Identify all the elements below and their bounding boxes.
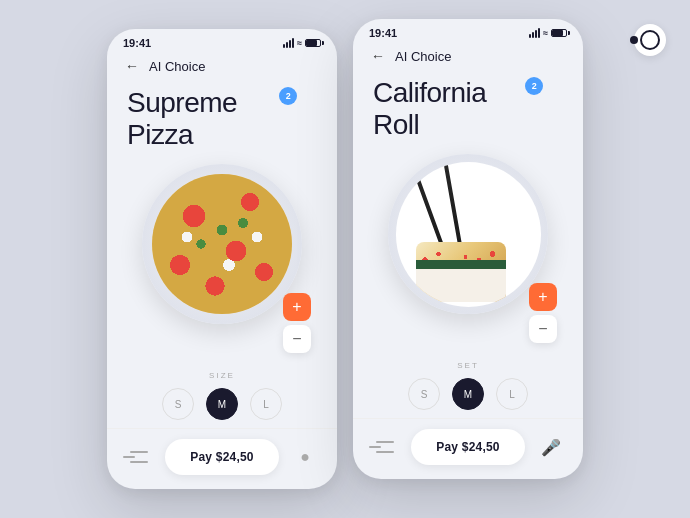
sushi-visual bbox=[396, 162, 541, 307]
food-image-area-right: + − bbox=[353, 149, 583, 353]
qty-controls-right: + − bbox=[529, 283, 557, 343]
signal-icon-right bbox=[529, 28, 540, 38]
menu-icon-left[interactable] bbox=[123, 441, 155, 473]
menu-line-1 bbox=[130, 451, 148, 453]
status-time-right: 19:41 bbox=[369, 27, 397, 39]
badge-left: 2 bbox=[279, 87, 297, 105]
badge-right: 2 bbox=[525, 77, 543, 95]
plus-button-right[interactable]: + bbox=[529, 283, 557, 311]
menu-line-2 bbox=[123, 456, 135, 458]
header-title-left: AI Choice bbox=[149, 59, 205, 74]
size-l-right[interactable]: L bbox=[496, 378, 528, 410]
bottom-bar-right: Pay $24,50 🎤 bbox=[353, 418, 583, 479]
mic-icon-right[interactable]: 🎤 bbox=[535, 431, 567, 463]
plate-left bbox=[137, 159, 307, 329]
status-icons-right: ≈ bbox=[529, 28, 567, 38]
logo-circle bbox=[634, 24, 666, 56]
size-label-left: SIZE bbox=[127, 371, 317, 380]
minus-button-right[interactable]: − bbox=[529, 315, 557, 343]
phone-left: 19:41 ≈ ← AI Choice Supreme bbox=[107, 29, 337, 489]
food-name-right: California Roll bbox=[373, 77, 486, 140]
phone-right: 19:41 ≈ ← AI Choice Californ bbox=[353, 19, 583, 479]
size-options-right: S M L bbox=[373, 378, 563, 410]
menu-line-r3 bbox=[376, 451, 394, 453]
sushi-piece bbox=[416, 242, 506, 302]
screen-container: 19:41 ≈ ← AI Choice Supreme bbox=[107, 29, 583, 489]
back-button-left[interactable]: ← bbox=[123, 57, 141, 75]
status-icons-left: ≈ bbox=[283, 38, 321, 48]
header-title-right: AI Choice bbox=[395, 49, 451, 64]
size-m-left[interactable]: M bbox=[206, 388, 238, 420]
food-image-area-left: + − bbox=[107, 159, 337, 363]
sushi-rice bbox=[416, 269, 506, 302]
pizza-top bbox=[152, 174, 292, 314]
battery-icon-right bbox=[551, 29, 567, 37]
back-button-right[interactable]: ← bbox=[369, 47, 387, 65]
size-label-right: SET bbox=[373, 361, 563, 370]
qty-controls-left: + − bbox=[283, 293, 311, 353]
food-title-right: California Roll 2 bbox=[353, 73, 583, 149]
food-title-left: Supreme Pizza 2 bbox=[107, 83, 337, 159]
logo-ring bbox=[640, 30, 660, 50]
menu-line-r2 bbox=[369, 446, 381, 448]
menu-line-r1 bbox=[376, 441, 394, 443]
menu-icon-right[interactable] bbox=[369, 431, 401, 463]
menu-line-3 bbox=[130, 461, 148, 463]
signal-icon-left bbox=[283, 38, 294, 48]
size-section-right: SET S M L bbox=[353, 353, 583, 418]
pizza-visual bbox=[152, 174, 292, 314]
header-left: ← AI Choice bbox=[107, 53, 337, 83]
plate-right bbox=[383, 149, 553, 319]
status-bar-left: 19:41 ≈ bbox=[107, 29, 337, 53]
size-l-left[interactable]: L bbox=[250, 388, 282, 420]
status-time-left: 19:41 bbox=[123, 37, 151, 49]
size-m-right[interactable]: M bbox=[452, 378, 484, 410]
size-s-right[interactable]: S bbox=[408, 378, 440, 410]
minus-button-left[interactable]: − bbox=[283, 325, 311, 353]
logo-corner bbox=[632, 22, 668, 58]
pay-button-left[interactable]: Pay $24,50 bbox=[165, 439, 279, 475]
wifi-icon-left: ≈ bbox=[297, 38, 302, 48]
mic-icon-left[interactable]: ● bbox=[289, 441, 321, 473]
size-options-left: S M L bbox=[127, 388, 317, 420]
bottom-bar-left: Pay $24,50 ● bbox=[107, 428, 337, 489]
logo-dot bbox=[630, 36, 638, 44]
battery-icon-left bbox=[305, 39, 321, 47]
sushi-plate bbox=[396, 162, 541, 307]
size-s-left[interactable]: S bbox=[162, 388, 194, 420]
pay-button-right[interactable]: Pay $24,50 bbox=[411, 429, 525, 465]
food-name-left: Supreme Pizza bbox=[127, 87, 237, 150]
wifi-icon-right: ≈ bbox=[543, 28, 548, 38]
size-section-left: SIZE S M L bbox=[107, 363, 337, 428]
header-right: ← AI Choice bbox=[353, 43, 583, 73]
status-bar-right: 19:41 ≈ bbox=[353, 19, 583, 43]
plus-button-left[interactable]: + bbox=[283, 293, 311, 321]
